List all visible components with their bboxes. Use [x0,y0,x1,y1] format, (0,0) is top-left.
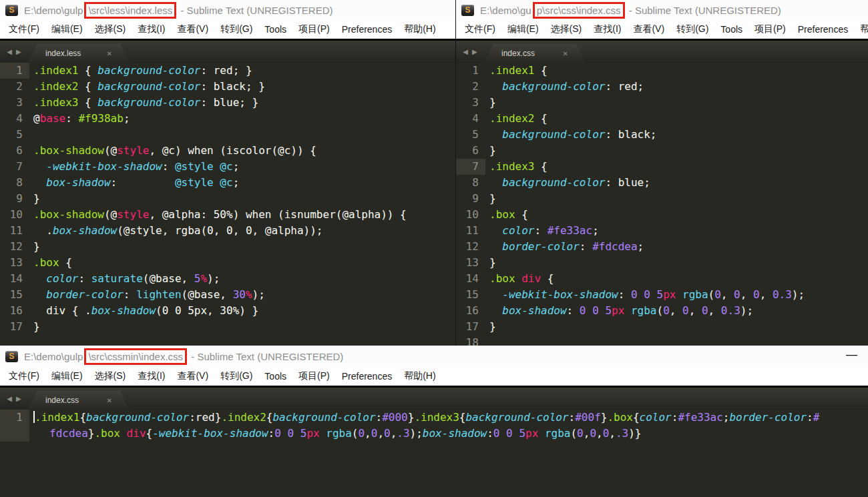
tab-scroll-right-icon[interactable]: ▶ [16,395,21,402]
menu-item-4[interactable]: 查找(I) [588,23,627,35]
line-number[interactable]: 18 [456,335,485,346]
line-number[interactable]: 14 [456,271,485,287]
minimize-button[interactable]: — [846,348,857,362]
code-area[interactable]: 1.index1{background-color:red}.index2{ba… [0,410,868,442]
tab-close-icon[interactable]: ✕ [107,397,112,404]
menu-item-7[interactable]: Tools [258,371,292,382]
menu-item-9[interactable]: Preferences [336,24,398,35]
code-text: color: #fe33ac; [485,223,599,239]
line-number[interactable]: 10 [456,207,485,223]
tab-scroll-arrows: ◀▶ [0,41,28,63]
line-number[interactable] [0,426,29,442]
line-number[interactable]: 3 [0,95,29,111]
menu-item-7[interactable]: Tools [258,24,292,35]
tab-close-icon[interactable]: ✕ [563,50,568,57]
line-number[interactable]: 1 [0,63,29,79]
line-number[interactable]: 4 [456,111,485,127]
menu-item-5[interactable]: 查看(V) [171,23,214,35]
menu-item-8[interactable]: 项目(P) [292,370,336,382]
line-number[interactable]: 7 [0,159,29,175]
code-text: -webkit-box-shadow: @style @c; [29,159,239,175]
line-number[interactable]: 9 [456,191,485,207]
tab-scroll-right-icon[interactable]: ▶ [472,48,477,55]
title-bar[interactable]: S E:\demo\gup\src\css\index.css - Sublim… [456,0,868,20]
title-bar[interactable]: S E:\demo\gulp\src\less\index.less - Sub… [0,0,455,20]
menu-item-1[interactable]: 文件(F) [3,23,45,35]
tab-bar: ◀▶ index.css ✕ [0,388,868,410]
tab-scroll-right-icon[interactable]: ▶ [16,48,21,55]
menu-item-10[interactable]: 帮助(H) [854,23,868,35]
menu-item-4[interactable]: 查找(I) [132,370,171,382]
menu-item-8[interactable]: 项目(P) [748,23,792,35]
menu-item-1[interactable]: 文件(F) [459,23,501,35]
line-number[interactable]: 17 [456,319,485,335]
title-bar[interactable]: S E:\demo\gulp\src\cssmin\index.css - Su… [0,346,868,367]
line-number[interactable]: 5 [456,127,485,143]
tab-scroll-left-icon[interactable]: ◀ [7,48,12,55]
line-number[interactable]: 10 [0,207,29,223]
menu-item-5[interactable]: 查看(V) [627,23,670,35]
tab-scroll-arrows: ◀▶ [0,388,28,410]
tab-scroll-left-icon[interactable]: ◀ [463,48,468,55]
line-number[interactable]: 6 [0,143,29,159]
menu-item-9[interactable]: Preferences [792,24,854,35]
menu-item-4[interactable]: 查找(I) [132,23,171,35]
line-number[interactable]: 15 [456,287,485,303]
line-number[interactable]: 8 [0,175,29,191]
file-tab[interactable]: index.less ✕ [28,44,130,63]
line-number[interactable]: 16 [456,303,485,319]
file-tab[interactable]: index.css ✕ [484,44,586,63]
line-number[interactable]: 11 [456,223,485,239]
line-number[interactable]: 2 [456,79,485,95]
menu-item-6[interactable]: 转到(G) [214,370,258,382]
code-area[interactable]: 1.index1 {2 background-color: red;3}4.in… [456,63,868,346]
code-line: 9} [456,191,868,207]
line-number[interactable]: 17 [0,319,29,335]
tab-scroll-left-icon[interactable]: ◀ [7,395,12,402]
menu-item-3[interactable]: 选择(S) [89,23,132,35]
line-number[interactable]: 5 [0,127,29,143]
menu-item-3[interactable]: 选择(S) [545,23,588,35]
menu-item-6[interactable]: 转到(G) [670,23,714,35]
menu-item-10[interactable]: 帮助(H) [398,23,441,35]
menu-bar: 文件(F)编辑(E)选择(S)查找(I)查看(V)转到(G)Tools项目(P)… [0,20,455,39]
line-number[interactable]: 13 [456,255,485,271]
line-number[interactable]: 12 [456,239,485,255]
code-area[interactable]: 1.index1 { background-color: red; }2.ind… [0,63,455,335]
menu-item-9[interactable]: Preferences [336,371,398,382]
line-number[interactable]: 1 [0,410,29,426]
menu-item-1[interactable]: 文件(F) [3,370,45,382]
line-number[interactable]: 3 [456,95,485,111]
line-number[interactable]: 11 [0,223,29,239]
tab-close-icon[interactable]: ✕ [107,50,112,57]
menu-item-2[interactable]: 编辑(E) [501,23,545,35]
line-number[interactable]: 16 [0,303,29,319]
menu-item-6[interactable]: 转到(G) [214,23,258,35]
line-number[interactable]: 14 [0,271,29,287]
line-number[interactable]: 2 [0,79,29,95]
line-number[interactable]: 8 [456,175,485,191]
menu-item-5[interactable]: 查看(V) [171,370,214,382]
line-number[interactable]: 9 [0,191,29,207]
code-line: 5 background-color: black; [456,127,868,143]
menu-item-8[interactable]: 项目(P) [292,23,336,35]
code-text: } [29,319,40,335]
line-number[interactable]: 6 [456,143,485,159]
sublime-icon: S [5,5,18,16]
menu-item-2[interactable]: 编辑(E) [45,23,89,35]
line-number[interactable]: 12 [0,239,29,255]
line-number[interactable]: 4 [0,111,29,127]
menu-item-10[interactable]: 帮助(H) [398,370,441,382]
file-tab[interactable]: index.css ✕ [28,391,130,410]
code-line: 13.box { [0,255,455,271]
line-number[interactable]: 7 [456,159,485,175]
line-number[interactable]: 1 [456,63,485,79]
code-text: .box-shadow(@style, @alpha: 50%) when (i… [29,207,407,223]
menu-item-3[interactable]: 选择(S) [89,370,132,382]
menu-item-2[interactable]: 编辑(E) [45,370,89,382]
code-text: border-color: lighten(@base, 30%); [29,287,265,303]
line-number[interactable]: 15 [0,287,29,303]
line-number[interactable]: 13 [0,255,29,271]
menu-item-7[interactable]: Tools [714,24,748,35]
title-suffix: - Sublime Text (UNREGISTERED) [178,5,333,16]
